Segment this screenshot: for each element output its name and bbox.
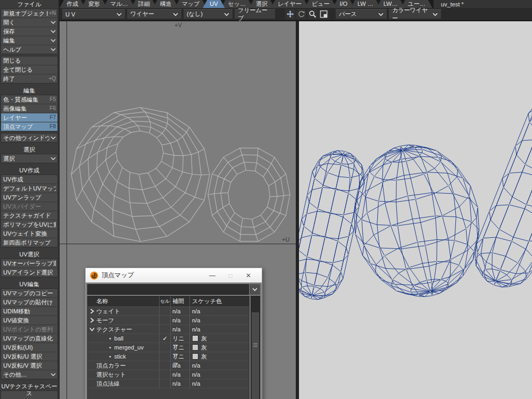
scrollbar-thumb[interactable] [252, 312, 259, 399]
cell-column[interactable] [159, 307, 170, 315]
sidebar-item[interactable]: 選択 [1, 154, 57, 163]
cell-column[interactable] [159, 361, 170, 370]
menu-tab-2[interactable]: 変形 [81, 0, 107, 8]
vertex-map-titlebar[interactable]: 頂点マップ — □ ✕ [86, 268, 262, 282]
sidebar-item[interactable]: UVアンラップ [1, 193, 57, 202]
expand-arrow-icon[interactable] [89, 318, 95, 323]
sidebar-item[interactable]: 開く [1, 18, 57, 27]
sidebar-item[interactable]: UVポイントの整列 [1, 325, 57, 334]
cell-column[interactable] [159, 325, 170, 334]
sidebar-item[interactable]: その他ウィンドウ [1, 134, 57, 142]
sidebar-item[interactable]: その他… [1, 370, 57, 379]
vertex-map-row[interactable]: 頂点法線n/an/a [88, 379, 249, 388]
menu-tab-1[interactable]: 作成 [60, 0, 85, 8]
expand-arrow-icon[interactable] [89, 309, 95, 314]
menu-tab-7[interactable]: UV [203, 0, 225, 8]
menu-tab-11[interactable]: ビュー [305, 0, 337, 8]
vertex-map-window: 頂点マップ — □ ✕ 名称セル補間スケッチ色ウェイトn/an/aモーフn/an… [85, 268, 262, 399]
sidebar-item[interactable]: 新四面ポリマップ [1, 238, 57, 247]
sidebar-item[interactable]: 新規オブジェクト+N [1, 9, 57, 18]
sketch-color-value: 灰 [189, 334, 249, 343]
cell-column[interactable] [159, 343, 170, 352]
frame-view-button[interactable] [319, 9, 329, 19]
minimize-button[interactable]: — [203, 272, 221, 279]
sidebar-item[interactable]: 保存 [1, 27, 57, 36]
cell-column[interactable] [159, 370, 170, 379]
check-icon: ✓ [162, 335, 167, 342]
color-swatch[interactable] [192, 344, 198, 351]
sidebar-item[interactable]: 頂点マップF8 [1, 122, 57, 131]
sidebar-item[interactable]: レイヤーF7 [1, 113, 57, 122]
vertex-map-row[interactable]: 選択セットn/an/a [88, 370, 249, 379]
row-name-label: 選択セット [96, 371, 126, 379]
document-tab[interactable]: uv_test * [434, 1, 471, 7]
vertex-map-row[interactable]: モーフn/an/a [88, 315, 249, 325]
sidebar-item[interactable]: 全て閉じる [1, 65, 57, 74]
sidebar-item[interactable]: ポリマップをUVに変換 [1, 220, 57, 229]
display-mode-select[interactable]: ワイヤー [127, 9, 182, 19]
sidebar-item[interactable]: UV反転/V 選択 [1, 361, 57, 370]
sidebar-item[interactable]: UVウェイト変換 [1, 229, 57, 238]
sidebar-item[interactable]: 編集 [1, 36, 57, 45]
vertex-map-row[interactable]: テクスチャーn/an/a [88, 325, 249, 334]
sidebar-item[interactable]: 終了+Q [1, 74, 57, 83]
sidebar-item[interactable]: UVマップの貼付け [1, 298, 57, 307]
sidebar-item[interactable]: UVオーバーラップ選択 [1, 259, 57, 268]
rotate-view-button[interactable] [296, 9, 306, 19]
sidebar-item[interactable]: UV作成 [1, 175, 57, 184]
sidebar-item[interactable]: UV反転/U 選択 [1, 352, 57, 361]
vertex-map-filter-combo[interactable] [87, 284, 249, 295]
menu-tab-6[interactable]: マップ [175, 0, 207, 8]
sidebar-item[interactable]: 色・質感編集F5 [1, 95, 57, 104]
cell-column[interactable] [159, 316, 170, 325]
perspective-select[interactable]: パース [335, 9, 387, 19]
cell-column[interactable] [159, 352, 170, 361]
bullet-icon: • [109, 353, 111, 360]
color-swatch[interactable] [192, 335, 198, 342]
vertex-map-row[interactable]: 頂点カラーn/an/a [88, 361, 249, 370]
perspective-viewport[interactable] [299, 21, 532, 399]
color-swatch[interactable] [192, 353, 198, 360]
cell-column[interactable] [159, 379, 170, 388]
menu-tab-4[interactable]: 詳細 [131, 0, 157, 8]
sidebar-item[interactable]: テクスチャガイド [1, 211, 57, 220]
vertex-map-row[interactable]: •merged_uvリニア灰 [88, 343, 249, 352]
maximize-button[interactable]: □ [221, 272, 239, 279]
sidebar-item[interactable]: 閉じる [1, 56, 57, 65]
freemove-button[interactable]: フリームーブ [234, 9, 276, 19]
vertex-map-row[interactable]: •ball✓リニア灰 [88, 334, 249, 343]
menu-tab-12[interactable]: I/O [332, 0, 354, 8]
shortcut-label: +N [49, 9, 56, 18]
colorwire-select[interactable]: カラーワイヤー [388, 9, 442, 19]
vertex-map-row[interactable]: •stickリニア灰 [88, 352, 249, 361]
vertex-map-row[interactable]: ウェイトn/an/a [88, 306, 249, 315]
texture-select[interactable]: (なし) [183, 9, 233, 19]
row-name: •ball [88, 334, 159, 343]
sidebar-item[interactable]: UV反転(UI) [1, 343, 57, 352]
interpolation-value: リニア [170, 352, 189, 361]
zoom-view-button[interactable] [307, 9, 318, 19]
sidebar-item[interactable]: UV値変換 [1, 316, 57, 325]
menu-tab-3[interactable]: マル… [103, 0, 135, 8]
sidebar-item[interactable]: UDIM移動 [1, 307, 57, 316]
table-scrollbar[interactable] [251, 296, 260, 399]
sidebar-item[interactable]: UVアイランド選択 [1, 268, 57, 277]
close-button[interactable]: ✕ [239, 272, 257, 279]
pan-button[interactable] [285, 9, 295, 19]
sidebar-item[interactable]: ヘルプ [1, 45, 57, 54]
sidebar-item[interactable]: UVマップの直線化 [1, 334, 57, 343]
interpolation-value: n/a [170, 379, 189, 388]
sidebar-item[interactable]: 画像編集F6 [1, 104, 57, 113]
menu-tab-5[interactable]: 構造 [153, 0, 179, 8]
chevron-down-icon [51, 30, 56, 33]
cell-column[interactable]: ✓ [159, 334, 170, 343]
menu-tab-13[interactable]: LW … [351, 0, 380, 8]
uv-map-select[interactable]: U V [62, 9, 126, 19]
sidebar-item[interactable]: UVマップのコピー [1, 289, 57, 298]
sidebar-item[interactable]: デフォルトUVマップ設定 [1, 184, 57, 193]
app-logo-icon [90, 271, 98, 280]
collapse-arrow-icon[interactable] [89, 327, 95, 332]
menu-tab-10[interactable]: レイヤー [271, 0, 309, 8]
sidebar-item[interactable]: UVスパイダー [1, 202, 57, 211]
combo-dropdown-button[interactable] [250, 284, 260, 295]
